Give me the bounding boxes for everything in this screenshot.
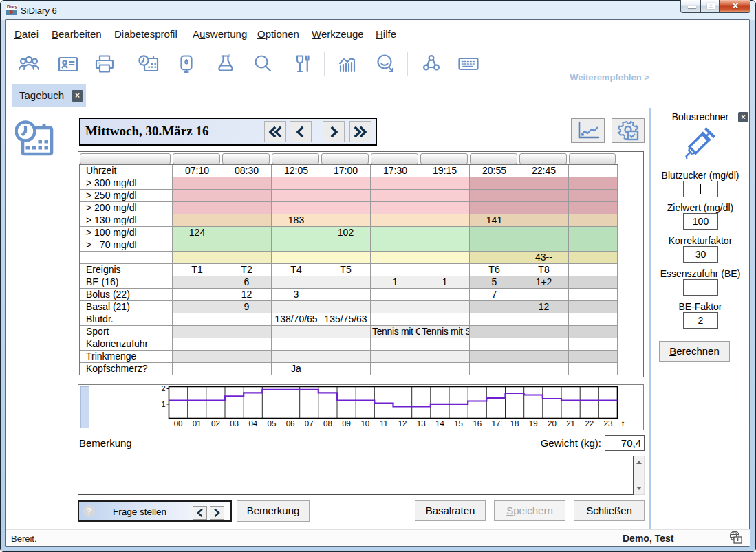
svg-text:07: 07 <box>305 419 314 428</box>
svg-text:14: 14 <box>435 419 444 428</box>
svg-text:03: 03 <box>230 419 239 428</box>
svg-text:17: 17 <box>492 419 501 428</box>
svg-text:22: 22 <box>585 419 594 428</box>
svg-text:06: 06 <box>286 419 295 428</box>
svg-text:04: 04 <box>248 419 257 428</box>
svg-text:2: 2 <box>161 385 165 393</box>
svg-text:02: 02 <box>211 419 220 428</box>
svg-text:21: 21 <box>566 419 575 428</box>
svg-text:12: 12 <box>398 419 407 428</box>
svg-text:10: 10 <box>360 419 369 428</box>
svg-text:23: 23 <box>604 419 613 428</box>
svg-text:1: 1 <box>161 400 165 408</box>
svg-text:09: 09 <box>342 419 351 428</box>
svg-text:13: 13 <box>417 419 426 428</box>
svg-text:05: 05 <box>268 419 277 428</box>
svg-text:20: 20 <box>548 419 557 428</box>
svg-text:18: 18 <box>510 419 519 428</box>
svg-text:15: 15 <box>454 419 463 428</box>
svg-text:00: 00 <box>174 419 183 428</box>
svg-text:t: t <box>622 419 625 428</box>
svg-text:11: 11 <box>380 419 388 428</box>
svg-text:19: 19 <box>529 419 538 428</box>
svg-text:08: 08 <box>323 419 332 428</box>
svg-text:16: 16 <box>473 419 482 428</box>
svg-text:01: 01 <box>193 419 202 428</box>
